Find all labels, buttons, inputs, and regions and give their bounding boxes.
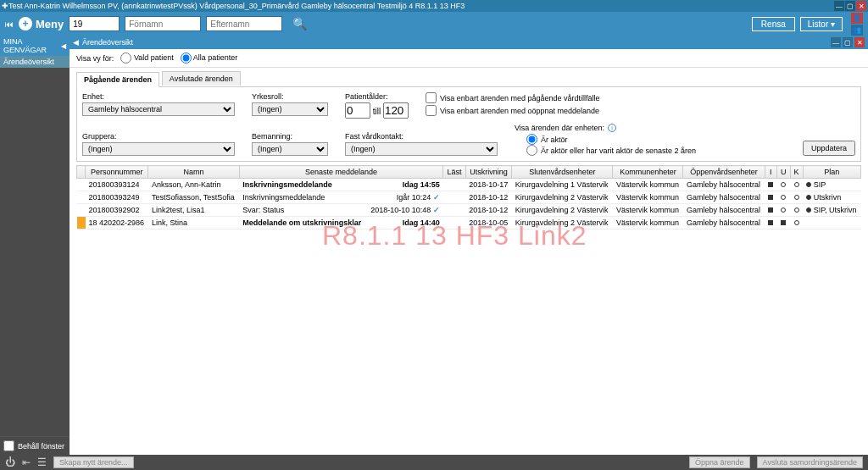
- keep-window-label: Behåll fönster: [18, 442, 64, 451]
- table-row[interactable]: 201800393249 TestSofiasson, TestSofia In…: [77, 191, 861, 204]
- radio-har-varit[interactable]: Är aktör eller har varit aktör de senast…: [526, 145, 696, 156]
- col-oppen[interactable]: Öppenvårdsenheter: [683, 166, 765, 179]
- minimize-button[interactable]: —: [834, 1, 844, 11]
- content-panel: ◀ Ärendeöversikt — ▢ ✕ Visa vy för: Vald…: [70, 36, 868, 455]
- menu-label: Meny: [36, 18, 64, 30]
- age-from-input[interactable]: [345, 102, 370, 119]
- panel-min-icon[interactable]: —: [831, 37, 841, 47]
- arenden-table: Personnummer Namn Senaste meddelande Läs…: [76, 165, 861, 229]
- age-to-input[interactable]: [383, 102, 409, 119]
- col-personnummer[interactable]: Personnummer: [86, 166, 148, 179]
- close-button[interactable]: ✕: [856, 1, 866, 11]
- panel-close-icon[interactable]: ✕: [854, 37, 865, 47]
- patientalder-label: Patientålder:: [345, 92, 409, 101]
- radio-ar-aktor[interactable]: Är aktör: [526, 134, 696, 145]
- info-icon[interactable]: i: [608, 124, 616, 132]
- col-utskrivning[interactable]: Utskrivning: [465, 166, 512, 179]
- col-kommun[interactable]: Kommunenheter: [613, 166, 683, 179]
- tab-avslutade[interactable]: Avslutade ärenden: [162, 71, 241, 86]
- rensa-button[interactable]: Rensa: [752, 17, 795, 31]
- col-u[interactable]: U: [776, 166, 790, 179]
- radio-alla-patienter[interactable]: Alla patienter: [181, 53, 238, 64]
- bemanning-label: Bemanning:: [252, 132, 328, 141]
- tab-pagaende[interactable]: Pågående ärenden: [76, 72, 159, 87]
- sidebar-header-label: MINA GENVÄGAR: [3, 37, 61, 54]
- nav-back-icon[interactable]: ⏮: [5, 19, 14, 29]
- yrkesroll-label: Yrkesroll:: [252, 92, 328, 101]
- col-namn[interactable]: Namn: [148, 166, 239, 179]
- gruppera-select[interactable]: (Ingen): [82, 142, 235, 156]
- col-plan[interactable]: Plan: [803, 166, 860, 179]
- search-icon[interactable]: 🔍: [292, 17, 307, 30]
- listor-button[interactable]: Listor ▾: [800, 17, 843, 31]
- view-filter-row: Visa vy för: Vald patient Alla patienter: [70, 49, 868, 68]
- table-row[interactable]: 201800393124 Anksson, Ann-Katrin Inskriv…: [77, 179, 861, 191]
- topbar: ⏮ + Meny 🔍 Rensa Listor ▾ 👤 👥: [0, 12, 868, 36]
- sidebar: MINA GENVÄGAR ◀ Ärendeöversikt Behåll fö…: [0, 36, 70, 455]
- app-icon: ✚: [2, 2, 8, 10]
- user-icon[interactable]: 👤: [851, 13, 863, 24]
- yrkesroll-select[interactable]: (Ingen): [252, 102, 328, 116]
- panel-header: ◀ Ärendeöversikt — ▢ ✕: [70, 36, 868, 49]
- list-icon[interactable]: ☰: [37, 456, 47, 468]
- cb-ooppnat-medd[interactable]: Visa enbart ärenden med oöppnat meddelan…: [426, 105, 599, 116]
- visa-arenden-label: Visa ärenden där enheten: i: [515, 124, 696, 132]
- filters-panel: Enhet: Gamleby hälsocentral Yrkesroll: (…: [76, 86, 861, 162]
- window-controls: — ▢ ✕: [834, 1, 866, 11]
- oppna-button: Öppna ärende: [689, 456, 750, 468]
- uppdatera-button[interactable]: Uppdatera: [803, 141, 855, 156]
- keep-window-checkbox[interactable]: Behåll fönster: [0, 436, 70, 455]
- col-k[interactable]: K: [790, 166, 803, 179]
- bemanning-select[interactable]: (Ingen): [252, 142, 328, 156]
- cb-pagaende-vard[interactable]: Visa enbart ärenden med pågående vårdtil…: [426, 92, 599, 103]
- chevron-icon[interactable]: ◀: [73, 38, 79, 47]
- titlebar: ✚ Test Ann-Katrin Wilhelmsson PV, (annka…: [0, 0, 868, 12]
- plus-icon: +: [19, 17, 32, 30]
- sidebar-item-arendeoversikt[interactable]: Ärendeöversikt: [0, 56, 70, 68]
- group-icon[interactable]: 👥: [851, 25, 863, 36]
- panel-title: Ärendeöversikt: [82, 38, 133, 47]
- maximize-button[interactable]: ▢: [845, 1, 855, 11]
- search-personnummer-input[interactable]: [69, 16, 120, 31]
- enhet-label: Enhet:: [82, 92, 235, 101]
- logout-icon[interactable]: ⇤: [22, 456, 31, 468]
- fastvard-label: Fast vårdkontakt:: [345, 132, 498, 141]
- menu-button[interactable]: + Meny: [19, 17, 64, 30]
- avsluta-button: Avsluta samordningsärende: [757, 456, 863, 468]
- power-icon[interactable]: ⏻: [5, 456, 15, 468]
- panel-max-icon[interactable]: ▢: [843, 37, 853, 47]
- table-row[interactable]: 18 420202-2986 Link, Stina Meddelande om…: [77, 217, 861, 229]
- table-row[interactable]: 201800392902 Link2test, Lisa1 Svar: Stat…: [77, 204, 861, 217]
- skapa-button: Skapa nytt ärende...: [53, 456, 134, 468]
- col-sluten[interactable]: Slutenvårdsenheter: [512, 166, 613, 179]
- table-header-row: Personnummer Namn Senaste meddelande Läs…: [77, 166, 861, 179]
- bottombar: ⏻ ⇤ ☰ Skapa nytt ärende... Öppna ärende …: [0, 455, 868, 470]
- enhet-select[interactable]: Gamleby hälsocentral: [82, 102, 235, 116]
- tabs-row: Pågående ärenden Avslutade ärenden: [70, 68, 868, 86]
- col-senaste[interactable]: Senaste meddelande: [239, 166, 443, 179]
- search-efternamn-input[interactable]: [206, 16, 282, 31]
- radio-vald-patient[interactable]: Vald patient: [120, 53, 173, 64]
- keep-window-input[interactable]: [3, 440, 14, 451]
- chevron-left-icon[interactable]: ◀: [61, 42, 66, 50]
- age-till-label: till: [373, 107, 381, 116]
- gruppera-label: Gruppera:: [82, 132, 235, 141]
- search-fornamn-input[interactable]: [125, 16, 201, 31]
- col-i[interactable]: I: [765, 166, 776, 179]
- visa-label: Visa vy för:: [76, 54, 114, 63]
- window-title: Test Ann-Katrin Wilhelmsson PV, (annkatr…: [8, 2, 834, 10]
- col-last[interactable]: Läst: [443, 166, 465, 179]
- sidebar-header: MINA GENVÄGAR ◀: [0, 36, 70, 56]
- fastvard-select[interactable]: (Ingen): [345, 142, 498, 156]
